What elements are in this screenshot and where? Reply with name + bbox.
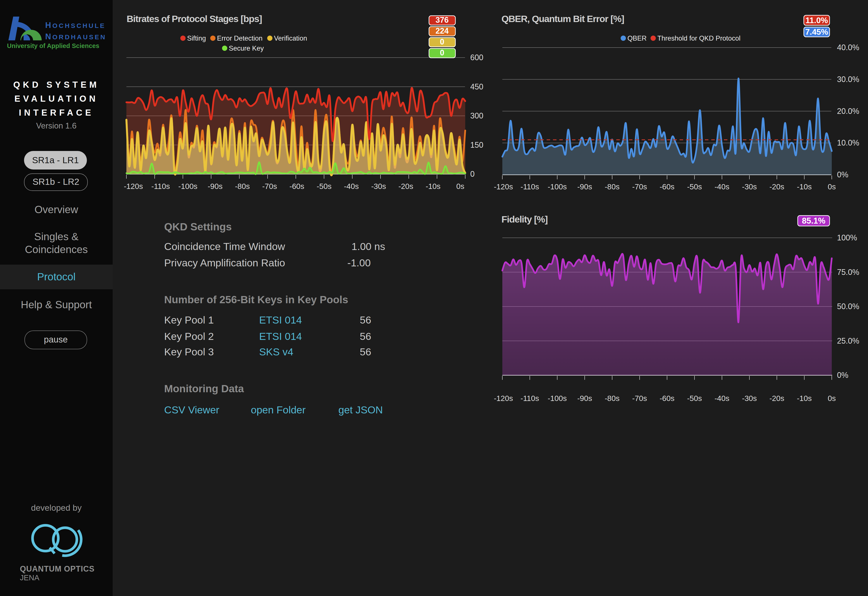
svg-text:-100s: -100s [178,182,198,190]
svg-text:11.0%: 11.0% [806,16,828,25]
svg-text:Fidelity [%]: Fidelity [%] [501,214,547,224]
svg-text:-70s: -70s [262,182,277,190]
svg-text:-120s: -120s [494,394,513,403]
svg-text:QBER: QBER [627,34,647,42]
svg-text:-10s: -10s [426,182,441,190]
svg-text:Bitrates of Protocol Stages [b: Bitrates of Protocol Stages [bps] [127,13,262,24]
svg-text:-90s: -90s [577,182,592,191]
svg-text:-20s: -20s [769,182,784,191]
svg-text:-50s: -50s [687,182,702,191]
svg-text:-40s: -40s [344,182,359,190]
svg-text:-20s: -20s [769,394,784,403]
svg-text:-120s: -120s [494,182,513,191]
svg-text:-20s: -20s [398,182,413,190]
svg-text:30.0%: 30.0% [837,75,859,84]
svg-text:0%: 0% [837,371,848,379]
svg-text:Sifting: Sifting [187,34,206,42]
svg-text:-90s: -90s [577,394,592,403]
svg-text:-40s: -40s [714,394,729,403]
svg-text:224: 224 [436,27,449,35]
svg-text:100%: 100% [837,233,857,242]
svg-text:450: 450 [470,82,484,91]
svg-text:85.1%: 85.1% [802,216,825,225]
svg-text:-60s: -60s [660,182,674,191]
svg-text:-110s: -110s [521,182,539,191]
svg-text:QBER, Quantum Bit Error [%]: QBER, Quantum Bit Error [%] [501,13,624,24]
svg-text:0s: 0s [828,182,836,191]
svg-text:-60s: -60s [660,394,674,403]
svg-text:0: 0 [440,48,444,57]
svg-text:150: 150 [470,140,484,149]
svg-text:75.0%: 75.0% [837,268,859,277]
svg-text:-80s: -80s [605,394,620,403]
svg-text:0s: 0s [456,182,464,190]
svg-text:-50s: -50s [317,182,331,190]
svg-text:600: 600 [470,53,484,62]
svg-text:0: 0 [440,37,444,46]
svg-text:-40s: -40s [714,182,729,191]
svg-text:Threshold for QKD Protocol: Threshold for QKD Protocol [657,34,741,42]
svg-text:20.0%: 20.0% [837,107,859,116]
svg-text:25.0%: 25.0% [837,336,859,345]
svg-text:40.0%: 40.0% [837,43,859,52]
svg-text:-10s: -10s [797,182,812,191]
svg-text:-100s: -100s [548,182,567,191]
svg-text:-110s: -110s [521,394,539,403]
svg-text:-30s: -30s [742,394,757,403]
svg-text:Verification: Verification [274,34,307,42]
svg-text:-30s: -30s [371,182,386,190]
svg-text:-80s: -80s [235,182,250,190]
svg-text:-100s: -100s [548,394,567,403]
svg-text:-50s: -50s [687,394,702,403]
svg-text:-90s: -90s [208,182,222,190]
svg-text:-10s: -10s [797,394,812,403]
svg-text:300: 300 [470,111,484,120]
svg-text:0%: 0% [837,170,848,179]
svg-text:-70s: -70s [632,394,647,403]
svg-text:0s: 0s [828,394,836,403]
svg-text:-110s: -110s [151,182,170,190]
svg-text:Secure Key: Secure Key [229,44,264,52]
svg-text:-80s: -80s [605,182,620,191]
svg-text:376: 376 [436,15,449,24]
svg-text:0: 0 [470,170,475,179]
svg-text:7.45%: 7.45% [805,28,828,37]
svg-text:Error Detection: Error Detection [217,34,262,42]
svg-text:-70s: -70s [632,182,647,191]
svg-text:50.0%: 50.0% [837,302,859,311]
svg-text:-30s: -30s [742,182,757,191]
svg-text:-60s: -60s [290,182,304,190]
svg-text:10.0%: 10.0% [837,138,859,147]
svg-text:-120s: -120s [124,182,143,190]
